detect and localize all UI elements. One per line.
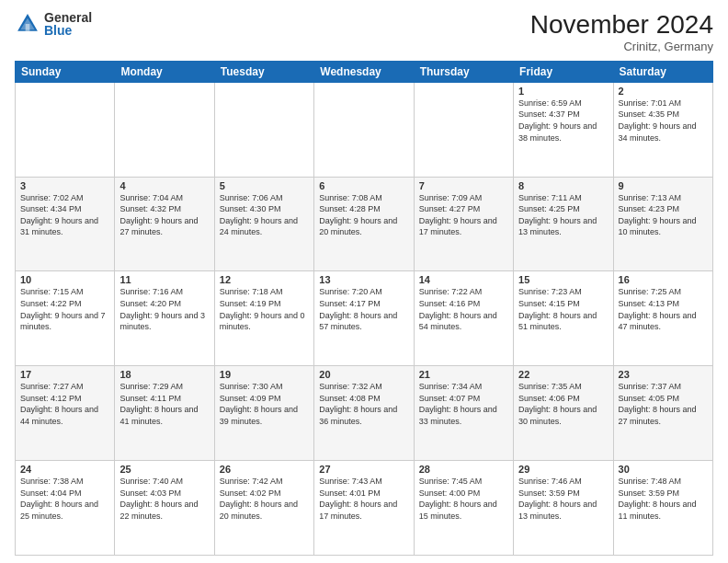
day-cell-3-6: 23Sunrise: 7:37 AMSunset: 4:05 PMDayligh… (613, 366, 712, 461)
day-cell-0-3 (314, 82, 414, 177)
day-info: Sunrise: 7:04 AMSunset: 4:32 PMDaylight:… (119, 193, 198, 237)
header-saturday: Saturday (613, 61, 712, 82)
day-cell-0-1 (115, 82, 214, 177)
day-info: Sunrise: 7:16 AMSunset: 4:20 PMDaylight:… (119, 287, 205, 331)
day-number: 23 (619, 369, 708, 380)
day-info: Sunrise: 7:40 AMSunset: 4:03 PMDaylight:… (119, 477, 198, 521)
logo-blue-text: Blue (44, 24, 92, 37)
day-info: Sunrise: 6:59 AMSunset: 4:37 PMDaylight:… (518, 98, 597, 143)
day-cell-1-4: 7Sunrise: 7:09 AMSunset: 4:27 PMDaylight… (414, 177, 513, 271)
day-number: 25 (119, 464, 209, 475)
day-info: Sunrise: 7:27 AMSunset: 4:12 PMDaylight:… (20, 382, 98, 426)
header-friday: Friday (514, 61, 613, 82)
day-number: 22 (518, 369, 608, 380)
title-block: November 2024 Crinitz, Germany (530, 11, 713, 53)
day-number: 30 (619, 464, 708, 475)
day-cell-4-4: 28Sunrise: 7:45 AMSunset: 4:00 PMDayligh… (414, 461, 513, 556)
day-cell-4-5: 29Sunrise: 7:46 AMSunset: 3:59 PMDayligh… (514, 461, 613, 556)
day-info: Sunrise: 7:06 AMSunset: 4:30 PMDaylight:… (220, 193, 298, 237)
logo-icon (15, 11, 40, 37)
day-cell-4-0: 24Sunrise: 7:38 AMSunset: 4:04 PMDayligh… (16, 461, 115, 556)
day-cell-2-3: 13Sunrise: 7:20 AMSunset: 4:17 PMDayligh… (314, 271, 414, 366)
day-cell-0-0 (16, 82, 115, 177)
day-cell-3-2: 19Sunrise: 7:30 AMSunset: 4:09 PMDayligh… (214, 366, 313, 461)
day-info: Sunrise: 7:42 AMSunset: 4:02 PMDaylight:… (220, 477, 298, 521)
day-cell-0-5: 1Sunrise: 6:59 AMSunset: 4:37 PMDaylight… (514, 82, 613, 177)
day-number: 29 (518, 464, 608, 475)
day-info: Sunrise: 7:20 AMSunset: 4:17 PMDaylight:… (319, 287, 397, 331)
header-sunday: Sunday (16, 61, 115, 82)
day-number: 27 (319, 464, 408, 475)
week-row-3: 10Sunrise: 7:15 AMSunset: 4:22 PMDayligh… (16, 271, 713, 366)
day-cell-1-0: 3Sunrise: 7:02 AMSunset: 4:34 PMDaylight… (16, 177, 115, 271)
day-number: 13 (319, 274, 408, 285)
day-number: 9 (619, 180, 708, 191)
header-thursday: Thursday (414, 61, 513, 82)
day-info: Sunrise: 7:34 AMSunset: 4:07 PMDaylight:… (419, 382, 497, 426)
day-cell-4-2: 26Sunrise: 7:42 AMSunset: 4:02 PMDayligh… (214, 461, 313, 556)
day-cell-2-6: 16Sunrise: 7:25 AMSunset: 4:13 PMDayligh… (613, 271, 712, 366)
day-cell-2-0: 10Sunrise: 7:15 AMSunset: 4:22 PMDayligh… (16, 271, 115, 366)
day-info: Sunrise: 7:18 AMSunset: 4:19 PMDaylight:… (220, 287, 305, 331)
calendar-table: Sunday Monday Tuesday Wednesday Thursday… (15, 61, 713, 556)
day-info: Sunrise: 7:11 AMSunset: 4:25 PMDaylight:… (518, 193, 597, 237)
day-number: 3 (20, 180, 109, 191)
day-info: Sunrise: 7:46 AMSunset: 3:59 PMDaylight:… (518, 477, 597, 521)
day-cell-0-4 (414, 82, 513, 177)
day-number: 11 (119, 274, 209, 285)
day-info: Sunrise: 7:08 AMSunset: 4:28 PMDaylight:… (319, 193, 397, 237)
day-cell-4-3: 27Sunrise: 7:43 AMSunset: 4:01 PMDayligh… (314, 461, 414, 556)
day-number: 28 (419, 464, 508, 475)
day-number: 6 (319, 180, 408, 191)
day-cell-2-4: 14Sunrise: 7:22 AMSunset: 4:16 PMDayligh… (414, 271, 513, 366)
logo: General Blue (15, 11, 92, 37)
day-cell-0-2 (214, 82, 313, 177)
day-number: 5 (220, 180, 309, 191)
day-info: Sunrise: 7:43 AMSunset: 4:01 PMDaylight:… (319, 477, 397, 521)
day-cell-2-1: 11Sunrise: 7:16 AMSunset: 4:20 PMDayligh… (115, 271, 214, 366)
day-number: 26 (220, 464, 309, 475)
day-info: Sunrise: 7:13 AMSunset: 4:23 PMDaylight:… (619, 193, 697, 237)
day-number: 14 (419, 274, 508, 285)
day-cell-3-4: 21Sunrise: 7:34 AMSunset: 4:07 PMDayligh… (414, 366, 513, 461)
day-cell-4-1: 25Sunrise: 7:40 AMSunset: 4:03 PMDayligh… (115, 461, 214, 556)
day-cell-2-5: 15Sunrise: 7:23 AMSunset: 4:15 PMDayligh… (514, 271, 613, 366)
day-number: 8 (518, 180, 608, 191)
day-number: 12 (220, 274, 309, 285)
day-info: Sunrise: 7:48 AMSunset: 3:59 PMDaylight:… (619, 477, 697, 521)
day-number: 21 (419, 369, 508, 380)
day-number: 20 (319, 369, 408, 380)
day-cell-3-0: 17Sunrise: 7:27 AMSunset: 4:12 PMDayligh… (16, 366, 115, 461)
day-cell-2-2: 12Sunrise: 7:18 AMSunset: 4:19 PMDayligh… (214, 271, 313, 366)
day-number: 2 (619, 86, 708, 97)
week-row-1: 1Sunrise: 6:59 AMSunset: 4:37 PMDaylight… (16, 82, 713, 177)
day-cell-1-3: 6Sunrise: 7:08 AMSunset: 4:28 PMDaylight… (314, 177, 414, 271)
logo-text: General Blue (44, 11, 92, 37)
day-number: 16 (619, 274, 708, 285)
day-cell-1-2: 5Sunrise: 7:06 AMSunset: 4:30 PMDaylight… (214, 177, 313, 271)
day-info: Sunrise: 7:09 AMSunset: 4:27 PMDaylight:… (419, 193, 497, 237)
header-monday: Monday (115, 61, 214, 82)
day-number: 19 (220, 369, 309, 380)
page: General Blue November 2024 Crinitz, Germ… (0, 0, 728, 563)
day-number: 17 (20, 369, 109, 380)
day-info: Sunrise: 7:29 AMSunset: 4:11 PMDaylight:… (119, 382, 198, 426)
day-info: Sunrise: 7:01 AMSunset: 4:35 PMDaylight:… (619, 98, 697, 143)
day-number: 10 (20, 274, 109, 285)
day-info: Sunrise: 7:35 AMSunset: 4:06 PMDaylight:… (518, 382, 597, 426)
day-cell-1-6: 9Sunrise: 7:13 AMSunset: 4:23 PMDaylight… (613, 177, 712, 271)
day-cell-1-5: 8Sunrise: 7:11 AMSunset: 4:25 PMDaylight… (514, 177, 613, 271)
day-info: Sunrise: 7:23 AMSunset: 4:15 PMDaylight:… (518, 287, 597, 331)
month-title: November 2024 (530, 11, 713, 40)
day-cell-4-6: 30Sunrise: 7:48 AMSunset: 3:59 PMDayligh… (613, 461, 712, 556)
day-number: 18 (119, 369, 209, 380)
day-cell-1-1: 4Sunrise: 7:04 AMSunset: 4:32 PMDaylight… (115, 177, 214, 271)
logo-general-text: General (44, 11, 92, 24)
weekday-header-row: Sunday Monday Tuesday Wednesday Thursday… (16, 61, 713, 82)
day-info: Sunrise: 7:45 AMSunset: 4:00 PMDaylight:… (419, 477, 497, 521)
week-row-2: 3Sunrise: 7:02 AMSunset: 4:34 PMDaylight… (16, 177, 713, 271)
day-info: Sunrise: 7:02 AMSunset: 4:34 PMDaylight:… (20, 193, 98, 237)
week-row-4: 17Sunrise: 7:27 AMSunset: 4:12 PMDayligh… (16, 366, 713, 461)
day-info: Sunrise: 7:22 AMSunset: 4:16 PMDaylight:… (419, 287, 497, 331)
day-info: Sunrise: 7:15 AMSunset: 4:22 PMDaylight:… (20, 287, 106, 331)
